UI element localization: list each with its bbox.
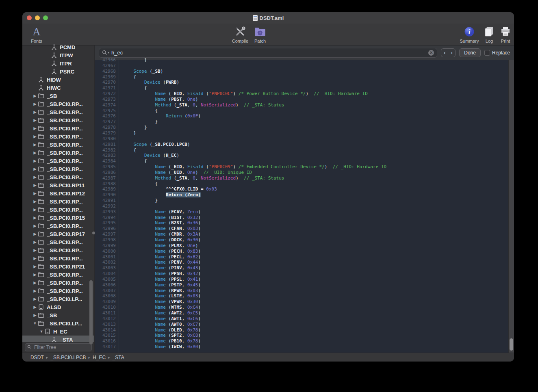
sidebar-item--sb-pci0-rp-[interactable]: ▶_SB.PCI0.RP... bbox=[22, 108, 94, 116]
sidebar-item--sb-pci0-rp-[interactable]: ▶_SB.PCI0.RP... bbox=[22, 287, 94, 295]
previous-match-button[interactable]: ‹ bbox=[441, 49, 448, 57]
sidebar-item--sb-pci0-rp15[interactable]: ▶_SB.PCI0.RP15 bbox=[22, 214, 94, 222]
disclosure-triangle-icon[interactable]: ▶ bbox=[32, 240, 38, 244]
sidebar-item--sta[interactable]: _STA bbox=[22, 336, 94, 342]
sidebar-item--sb-pci0-rp-[interactable]: ▶_SB.PCI0.RP... bbox=[22, 246, 94, 254]
disclosure-triangle-icon[interactable]: ▶ bbox=[32, 281, 38, 285]
next-match-button[interactable]: › bbox=[448, 49, 455, 57]
disclosure-triangle-icon[interactable]: ▶ bbox=[32, 134, 38, 139]
disclosure-triangle-icon[interactable]: ▶ bbox=[32, 224, 38, 228]
code-view[interactable]: 42966 42967 42968 42969 42970 42971 4297… bbox=[95, 60, 514, 353]
disclosure-triangle-icon[interactable]: ▶ bbox=[32, 183, 38, 187]
sidebar-item-itpw[interactable]: ITPW bbox=[22, 51, 94, 59]
sidebar-item--sb-pci0-rp-[interactable]: ▶_SB.PCI0.RP... bbox=[22, 149, 94, 157]
sidebar-item-alsd[interactable]: ▶ALSD bbox=[22, 303, 94, 311]
sidebar-item--sb-pci0-rp11[interactable]: ▶_SB.PCI0.RP11 bbox=[22, 181, 94, 189]
sidebar-item--sb-pci0-rp-[interactable]: ▶_SB.PCI0.RP... bbox=[22, 238, 94, 246]
disclosure-triangle-icon[interactable]: ▶ bbox=[32, 208, 38, 212]
disclosure-triangle-icon[interactable]: ▼ bbox=[39, 329, 44, 334]
sidebar-item--sb-pci0-rp-[interactable]: ▶_SB.PCI0.RP... bbox=[22, 124, 94, 132]
disclosure-triangle-icon[interactable]: ▶ bbox=[32, 191, 38, 195]
code-token bbox=[123, 265, 155, 271]
replace-toggle[interactable]: Replace bbox=[484, 50, 510, 56]
fonts-button[interactable]: A Fonts bbox=[24, 25, 50, 43]
breadcrumb-item-h-ec[interactable]: H_EC bbox=[93, 355, 106, 360]
disclosure-triangle-icon[interactable]: ▶ bbox=[32, 289, 38, 293]
code-token: ) bbox=[198, 209, 201, 214]
disclosure-triangle-icon[interactable]: ▶ bbox=[32, 297, 38, 301]
disclosure-triangle-icon[interactable]: ▶ bbox=[32, 175, 38, 179]
sidebar-item--sb[interactable]: ▶_SB bbox=[22, 311, 94, 319]
sidebar-item-hidw[interactable]: HIDW bbox=[22, 76, 94, 84]
sidebar-item--sb-pci0-lp-[interactable]: ▶_SB.PCI0.LP... bbox=[22, 295, 94, 303]
sidebar-item--sb-pci0-rp21[interactable]: ▶_SB.PCI0.RP21 bbox=[22, 262, 94, 271]
sidebar-item--sb-pci0-rp-[interactable]: ▶_SB.PCI0.RP... bbox=[22, 165, 94, 173]
disclosure-triangle-icon[interactable]: ▶ bbox=[32, 167, 38, 171]
sidebar-item--sb-pci0-rp-[interactable]: ▶_SB.PCI0.RP... bbox=[22, 100, 94, 108]
code-token: ( bbox=[166, 322, 171, 327]
disclosure-triangle-icon[interactable]: ▶ bbox=[32, 264, 38, 269]
search-scope-chevron-icon[interactable]: ▾ bbox=[108, 51, 109, 54]
disclosure-triangle-icon[interactable]: ▶ bbox=[32, 313, 38, 317]
sidebar-scrollbar-thumb[interactable] bbox=[89, 280, 93, 344]
sidebar-item--sb-pci0-rp-[interactable]: ▶_SB.PCI0.RP... bbox=[22, 222, 94, 230]
replace-checkbox[interactable] bbox=[484, 50, 490, 56]
print-button[interactable]: Print bbox=[492, 25, 514, 43]
patch-button[interactable]: Patch bbox=[247, 25, 273, 43]
sidebar-item--sb-pci0-rp-[interactable]: ▶_SB.PCI0.RP... bbox=[22, 279, 94, 287]
filter-tree-input[interactable] bbox=[25, 343, 92, 351]
sidebar-item--sb-pci0-rp12[interactable]: ▶_SB.PCI0.RP12 bbox=[22, 189, 94, 197]
editor-scrollbar-thumb[interactable] bbox=[510, 338, 513, 351]
sidebar-item--sb-pci0-rp-[interactable]: ▶_SB.PCI0.RP... bbox=[22, 197, 94, 206]
sidebar-item-label: _SB.PCI0.RP12 bbox=[47, 191, 85, 197]
sidebar-item-hiwc[interactable]: HIWC bbox=[22, 84, 94, 92]
search-field[interactable]: ▾ ✕ bbox=[99, 48, 437, 58]
sidebar-item--sb-pci0-rp-[interactable]: ▶_SB.PCI0.RP... bbox=[22, 157, 94, 165]
sidebar-item--sb-pci0-rp-[interactable]: ▶_SB.PCI0.RP... bbox=[22, 206, 94, 214]
disclosure-triangle-icon[interactable]: ▶ bbox=[32, 143, 38, 147]
sidebar-item--sb-pci0-rp-[interactable]: ▶_SB.PCI0.RP... bbox=[22, 132, 94, 141]
sidebar-item-pcmd[interactable]: PCMD bbox=[22, 43, 94, 51]
disclosure-triangle-icon[interactable]: ▶ bbox=[32, 159, 38, 163]
breadcrumb-item--sta[interactable]: _STA bbox=[113, 355, 124, 360]
sidebar-item-h-ec[interactable]: ▼H_EC bbox=[22, 327, 94, 336]
disclosure-triangle-icon[interactable]: ▶ bbox=[32, 110, 38, 114]
sidebar-item--sb-pci0-rp-[interactable]: ▶_SB.PCI0.RP... bbox=[22, 271, 94, 279]
code-token: , bbox=[182, 344, 187, 349]
sidebar-item-psrc[interactable]: PSRC bbox=[22, 67, 94, 76]
sidebar-item--sb-pci0-rp17[interactable]: ▶_SB.PCI0.RP17 bbox=[22, 230, 94, 238]
breadcrumb-separator-icon: ▸ bbox=[108, 355, 110, 360]
sidebar-item--sb-pci0-rp-[interactable]: ▶_SB.PCI0.RP... bbox=[22, 141, 94, 149]
clear-search-icon[interactable]: ✕ bbox=[428, 50, 434, 56]
sidebar-item--sb-pci0-rp-[interactable]: ▶_SB.PCI0.RP... bbox=[22, 173, 94, 181]
disclosure-triangle-icon[interactable]: ▶ bbox=[32, 256, 38, 260]
disclosure-triangle-icon[interactable]: ▶ bbox=[32, 199, 38, 204]
code-token: Name bbox=[155, 310, 166, 316]
disclosure-triangle-icon[interactable]: ▶ bbox=[32, 305, 38, 309]
disclosure-triangle-icon[interactable]: ▶ bbox=[32, 232, 38, 236]
disclosure-triangle-icon[interactable]: ▶ bbox=[32, 102, 38, 106]
disclosure-triangle-icon[interactable]: ▶ bbox=[32, 216, 38, 220]
disclosure-triangle-icon[interactable]: ▶ bbox=[32, 151, 38, 155]
disclosure-triangle-icon[interactable]: ▶ bbox=[32, 94, 38, 98]
sidebar-item--sb-pci0-rp-[interactable]: ▶_SB.PCI0.RP... bbox=[22, 254, 94, 262]
disclosure-triangle-icon[interactable]: ▶ bbox=[32, 126, 38, 130]
disclosure-triangle-icon[interactable]: ▶ bbox=[32, 248, 38, 252]
sidebar-item--sb-pci0-lp-[interactable]: ▼_SB.PCI0.LP... bbox=[22, 319, 94, 327]
sidebar-item--sb[interactable]: ▶_SB bbox=[22, 92, 94, 100]
code-token: SPT2 bbox=[171, 333, 182, 338]
breadcrumb-item-dsdt[interactable]: DSDT bbox=[30, 355, 44, 360]
breadcrumb-item--sb-pci0-lpcb[interactable]: _SB.PCI0.LPCB bbox=[50, 355, 86, 360]
sidebar-item-itpr[interactable]: ITPR bbox=[22, 59, 94, 67]
sidebar-item--sb-pci0-rp-[interactable]: ▶_SB.PCI0.RP... bbox=[22, 116, 94, 124]
code-token: Scope bbox=[134, 142, 147, 147]
editor-scrollbar-track[interactable] bbox=[508, 60, 514, 353]
sidebar-item-label: _SB.PCI0.RP... bbox=[47, 109, 83, 115]
search-input[interactable] bbox=[111, 50, 426, 56]
disclosure-triangle-icon[interactable]: ▶ bbox=[32, 273, 38, 277]
disclosure-triangle-icon[interactable]: ▼ bbox=[32, 321, 38, 325]
done-button[interactable]: Done bbox=[459, 48, 481, 57]
source-code[interactable]: } Scope (_SB) { Device (PWRB) { Name (_H… bbox=[119, 57, 508, 353]
code-token: { bbox=[123, 108, 158, 113]
disclosure-triangle-icon[interactable]: ▶ bbox=[32, 118, 38, 122]
